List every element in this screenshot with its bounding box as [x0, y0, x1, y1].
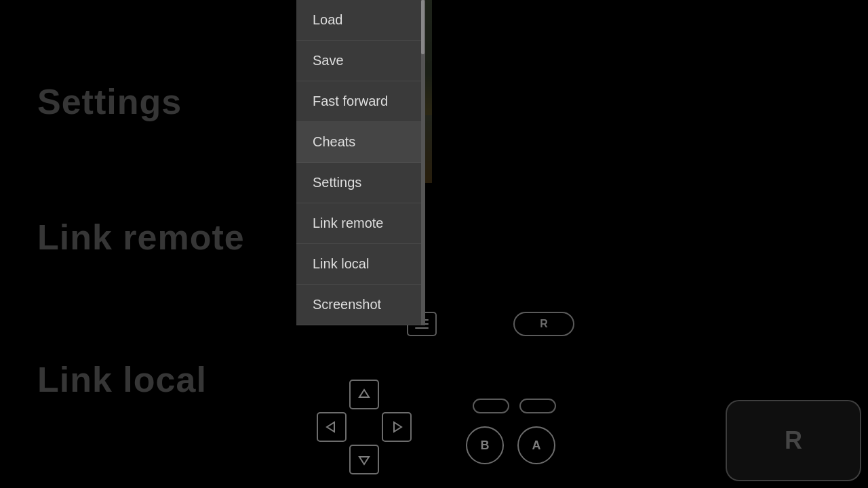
right-arrow-icon	[394, 422, 401, 432]
menu-scrollbar-thumb	[421, 0, 425, 54]
a-button-label: A	[532, 439, 541, 453]
menu-item-settings[interactable]: Settings	[296, 163, 425, 203]
r-button-top[interactable]: R	[513, 312, 574, 336]
dpad-right-button[interactable]	[382, 412, 412, 442]
menu-item-load[interactable]: Load	[296, 0, 425, 41]
select-start-area	[473, 399, 556, 413]
bg-label-link-local: Link local	[37, 359, 207, 400]
dropdown-menu: Load Save Fast forward Cheats Settings L…	[296, 0, 425, 325]
b-button-label: B	[481, 439, 490, 453]
start-button[interactable]	[519, 399, 556, 413]
bg-label-link-remote: Link remote	[37, 217, 245, 258]
menu-item-fast-forward[interactable]: Fast forward	[296, 81, 425, 122]
up-arrow-icon	[359, 390, 369, 397]
action-buttons-area: B A	[466, 426, 555, 464]
menu-item-screenshot[interactable]: Screenshot	[296, 285, 425, 325]
left-arrow-icon	[327, 422, 334, 432]
r-button-top-label: R	[540, 318, 548, 330]
dpad-down-button[interactable]	[349, 445, 379, 474]
r-button-large[interactable]: R	[726, 400, 861, 481]
r-button-large-label: R	[785, 426, 802, 455]
select-button[interactable]	[473, 399, 509, 413]
dpad-up-button[interactable]	[349, 380, 379, 409]
b-button[interactable]: B	[466, 426, 504, 464]
dpad-left-button[interactable]	[317, 412, 347, 442]
menu-item-link-remote[interactable]: Link remote	[296, 203, 425, 244]
dpad	[317, 380, 412, 474]
menu-item-save[interactable]: Save	[296, 41, 425, 81]
controller-area: R B A R	[296, 312, 868, 488]
menu-item-link-local[interactable]: Link local	[296, 244, 425, 285]
a-button[interactable]: A	[517, 426, 555, 464]
menu-scrollbar[interactable]	[421, 0, 425, 325]
menu-item-cheats[interactable]: Cheats	[296, 122, 425, 163]
down-arrow-icon	[359, 457, 369, 464]
bg-label-settings: Settings	[37, 81, 182, 122]
